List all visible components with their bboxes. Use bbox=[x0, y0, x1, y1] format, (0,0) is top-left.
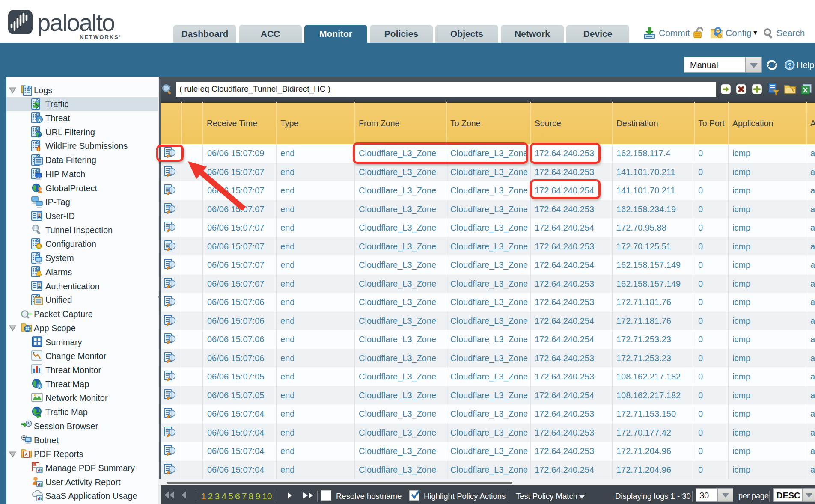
svg-text:?: ? bbox=[788, 62, 791, 69]
svg-text:paloalto: paloalto bbox=[37, 10, 114, 36]
svg-text:NETWORKS®: NETWORKS® bbox=[80, 34, 120, 40]
